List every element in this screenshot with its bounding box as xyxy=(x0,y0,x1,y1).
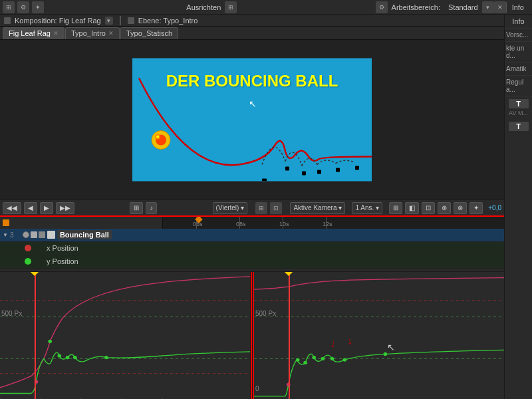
layer-row-y-position[interactable]: y Position xyxy=(0,255,504,269)
ausrichten-label: Ausrichten xyxy=(182,3,225,11)
ctrl-icon-2[interactable]: ⊡ xyxy=(270,202,282,214)
timeline-right-ruler: 06s 08s 10s 12s xyxy=(163,217,504,229)
ctrl-camera-dropdown[interactable]: Aktive Kamera ▾ xyxy=(290,202,345,214)
right-panel: Info Vorsc... kte und... Amatik Regula..… xyxy=(504,15,532,399)
app-icon[interactable]: ⊞ xyxy=(3,1,15,13)
text-tool-t2[interactable]: T xyxy=(509,122,529,131)
ctrl-ram-preview[interactable]: ⊞ xyxy=(130,202,143,214)
ctrl-viertel-dropdown[interactable]: (Viertel) ▾ xyxy=(213,202,248,214)
tab-fig-leaf-rag[interactable]: Fig Leaf Rag ✕ xyxy=(3,27,65,39)
layer-lock-btn[interactable] xyxy=(39,231,45,238)
close-icon[interactable]: ✕ xyxy=(494,1,506,13)
ctrl-play[interactable]: ▶ xyxy=(40,202,53,214)
svg-point-24 xyxy=(303,361,307,364)
text-tool-t1[interactable]: T xyxy=(509,99,529,108)
settings-icon[interactable]: ⚙ xyxy=(376,1,388,13)
comp-header: Komposition: Fig Leaf Rag ▾ Ebene: Typo_… xyxy=(0,15,504,27)
graph-panel-x: 500 Px xyxy=(0,272,251,399)
svg-rect-4 xyxy=(317,170,321,174)
layer-name-bouncing-ball: Bouncing Ball xyxy=(57,230,112,239)
akte-section: kte und... xyxy=(505,42,532,63)
vorsc-section: Vorsc... xyxy=(505,29,532,42)
graph-panel-y: 500 Px 0 ↓ ↓ ↖ xyxy=(254,272,504,399)
comp-icon xyxy=(4,17,11,24)
svg-point-14 xyxy=(66,356,70,359)
layer-row-x-position[interactable]: x Position xyxy=(0,242,504,255)
comp-title: Komposition: Fig Leaf Rag xyxy=(15,17,101,25)
tab-typo-intro[interactable]: Typo_Intro ✕ xyxy=(65,27,120,39)
t-label-1: T xyxy=(516,100,521,108)
ctrl-btn-4[interactable]: ▶▶ xyxy=(56,202,74,214)
separator xyxy=(120,16,121,25)
layer-title: Ebene: Typo_Intro xyxy=(138,17,198,25)
ctrl-icon-1[interactable]: ⊞ xyxy=(255,202,267,214)
regula-label: Regula... xyxy=(506,78,531,93)
ausrichten-icon[interactable]: ⊞ xyxy=(225,1,237,13)
timeline-area: 06s 08s 10s 12s ▼ 3 xyxy=(0,215,504,399)
ctrl-value: +0,0 xyxy=(488,204,501,211)
svg-point-26 xyxy=(321,357,325,360)
layer-x-position: x Position xyxy=(36,244,78,252)
ruler-08s: 08s xyxy=(236,221,246,227)
layer-y-position: y Position xyxy=(36,257,78,265)
timeline-icon xyxy=(3,219,9,226)
ctrl-icon-6[interactable]: ⊕ xyxy=(438,202,451,214)
graph-y-svg xyxy=(254,272,504,399)
graph-panels: 500 Px xyxy=(0,272,504,399)
ctrl-icon-8[interactable]: ✦ xyxy=(469,202,483,214)
ctrl-audio-btn[interactable]: ♪ xyxy=(146,202,157,214)
amatik-section: Amatik xyxy=(505,63,532,76)
graph-x-svg xyxy=(0,272,250,399)
time-indicator-left xyxy=(35,272,36,399)
ctrl-icon-4[interactable]: ◧ xyxy=(405,202,419,214)
expand-arrow[interactable]: ▼ xyxy=(3,232,8,238)
tab-close-1[interactable]: ✕ xyxy=(108,30,114,37)
info-label[interactable]: Info xyxy=(506,2,529,13)
main-area: Komposition: Fig Leaf Rag ▾ Ebene: Typo_… xyxy=(0,15,532,399)
tab-typo-statisch[interactable]: Typo_Statisch xyxy=(120,27,178,39)
svg-point-16 xyxy=(104,356,108,359)
akte-label: kte und... xyxy=(506,45,531,59)
tab-close-0[interactable]: ✕ xyxy=(53,30,59,37)
layer-solo-btn[interactable] xyxy=(31,231,37,238)
ctrl-btn-1[interactable]: ◀◀ xyxy=(3,202,21,214)
expand-icon[interactable]: ▾ xyxy=(482,1,494,13)
time-indicator-right xyxy=(289,272,290,399)
ruler-10s: 10s xyxy=(279,221,289,227)
svg-rect-1 xyxy=(262,179,267,182)
svg-point-10 xyxy=(156,136,159,138)
vorsc-label: Vorsc... xyxy=(506,31,531,39)
ctrl-icon-3[interactable]: ⊞ xyxy=(389,202,402,214)
timeline-ruler-top: 06s 08s 10s 12s xyxy=(0,217,504,229)
svg-point-27 xyxy=(331,357,334,360)
ctrl-btn-2[interactable]: ◀ xyxy=(24,202,37,214)
svg-point-12 xyxy=(48,339,52,342)
tick-12s xyxy=(326,217,327,229)
motion-path-svg xyxy=(132,59,372,182)
text-tools-section: T AV M... xyxy=(505,96,532,119)
y-position-icon xyxy=(25,258,31,265)
tool-icon-1[interactable]: ⚙ xyxy=(17,1,29,13)
layer-icon xyxy=(128,17,134,24)
tool-icon-2[interactable]: ✦ xyxy=(32,1,44,13)
composition-window: DER BOUNCING BALL xyxy=(0,40,504,200)
ctrl-icon-7[interactable]: ⊗ xyxy=(454,202,467,214)
layer-type-icon xyxy=(47,231,55,239)
ctrl-icon-5[interactable]: ⊡ xyxy=(422,202,435,214)
layer-row-bouncing-ball[interactable]: ▼ 3 Bouncing Ball xyxy=(0,229,504,242)
info-tab[interactable]: Info xyxy=(505,15,532,29)
comp-tab-bar: Fig Leaf Rag ✕ Typo_Intro ✕ Typo_Statisc… xyxy=(0,27,504,40)
ctrl-ans-dropdown[interactable]: 1 Ans. ▾ xyxy=(352,202,382,214)
svg-point-15 xyxy=(73,356,77,359)
t-label-2: T xyxy=(516,122,521,130)
left-side: Komposition: Fig Leaf Rag ▾ Ebene: Typo_… xyxy=(0,15,504,399)
comp-menu-icon[interactable]: ▾ xyxy=(105,17,113,25)
timeline-left-header xyxy=(0,217,163,229)
layer-list: ▼ 3 Bouncing Ball x Position xyxy=(0,229,504,272)
bouncing-ball xyxy=(151,130,171,150)
arbeitsbereich-label: Arbeitsbereich: xyxy=(388,3,444,11)
text-tools-section-2: T xyxy=(505,119,532,134)
svg-point-23 xyxy=(296,358,300,361)
layer-number: 3 xyxy=(10,231,21,239)
visibility-dot[interactable] xyxy=(23,231,29,238)
